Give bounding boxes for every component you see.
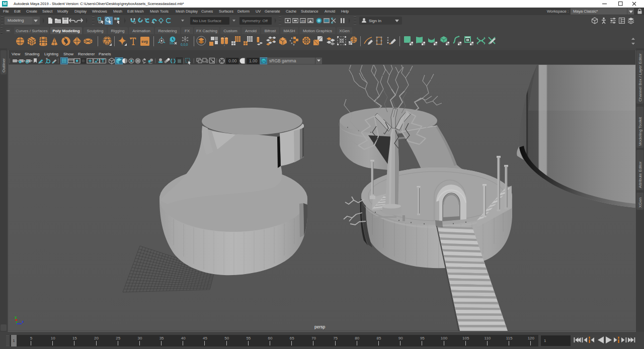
svg-text:svg: svg [141,39,148,44]
svg-text:0,0,0: 0,0,0 [181,43,188,46]
svg-text:y: y [15,315,17,319]
svg-text:0.00: 0.00 [228,58,237,63]
svg-text:z: z [22,320,24,323]
svg-text:GN: GN [262,60,266,63]
svg-text:1.00: 1.00 [249,58,258,63]
svg-text:IPR: IPR [301,20,306,23]
svg-text:sRGB gamma: sRGB gamma [269,58,296,63]
